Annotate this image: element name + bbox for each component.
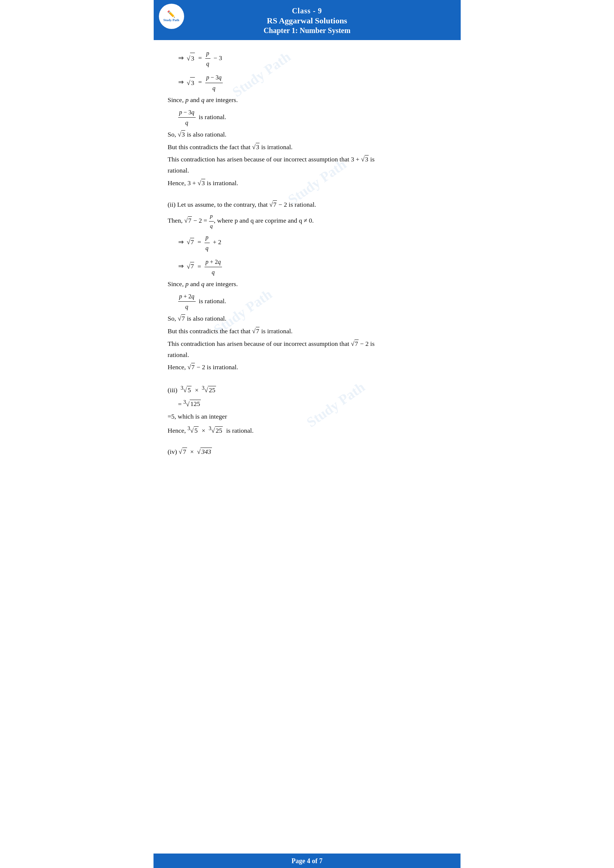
rational-frac1: p − 3q q is rational. (178, 107, 447, 128)
so-sqrt7-rational: So, √7 is also rational. (168, 313, 447, 324)
section1: ⇒ √3 = p q − 3 ⇒ √3 = p − 3q q Since, p … (168, 48, 447, 189)
logo: ✏️ Study Path (159, 4, 184, 29)
hence-3-sqrt3: Hence, 3 + √3 is irrational. (168, 178, 447, 189)
contradiction-3-sqrt3: This contradiction has arisen because of… (168, 154, 447, 176)
since-p-q-integers: Since, p and q are integers. (168, 95, 447, 106)
since-p-q-integers-2: Since, p and q are integers. (168, 279, 447, 290)
section4: (iv) √7 × √343 (168, 446, 447, 457)
so-sqrt3-rational: So, √3 is also rational. (168, 129, 447, 140)
header-solutions: RS Aggarwal Solutions (157, 16, 457, 26)
section2-then: Then, √7 − 2 = pq, where p and q are cop… (168, 212, 447, 231)
section3-intro: (iii) 3√5 × 3√25 (168, 383, 447, 396)
eq2: ⇒ √3 = p − 3q q (178, 72, 447, 93)
header-class: Class - 9 (157, 7, 457, 15)
section4-intro: (iv) √7 × √343 (168, 446, 447, 457)
contradicts-sqrt3: But this contradicts the fact that √3 is… (168, 142, 447, 153)
section3: (iii) 3√5 × 3√25 = 3√125 =5, which is an… (168, 383, 447, 436)
section2: (ii) Let us assume, to the contrary, tha… (168, 199, 447, 373)
hence-cbrt-rational: Hence, 3√5 × 3√25 is rational. (168, 424, 447, 436)
eq3: ⇒ √7 = p q + 2 (178, 232, 447, 253)
eq1: ⇒ √3 = p q − 3 (178, 48, 447, 69)
section2-intro: (ii) Let us assume, to the contrary, tha… (168, 199, 447, 211)
logo-text: ✏️ Study Path (163, 10, 179, 22)
eq4: ⇒ √7 = p + 2q q (178, 257, 447, 277)
page-header: ✏️ Study Path Class - 9 RS Aggarwal Solu… (154, 0, 460, 40)
rational-frac2: p + 2q q is rational. (178, 291, 447, 312)
hence-sqrt7-2: Hence, √7 − 2 is irrational. (168, 362, 447, 373)
contradicts-sqrt7: But this contradicts the fact that √7 is… (168, 326, 447, 337)
equals-5: =5, which is an integer (168, 411, 447, 422)
header-chapter: Chapter 1: Number System (157, 26, 457, 35)
cbrt-result: = 3√125 (178, 397, 447, 410)
page-content: Study Path Study Path Study Path Study P… (154, 40, 460, 481)
contradiction-sqrt7-2: This contradiction has arisen because of… (168, 338, 447, 361)
